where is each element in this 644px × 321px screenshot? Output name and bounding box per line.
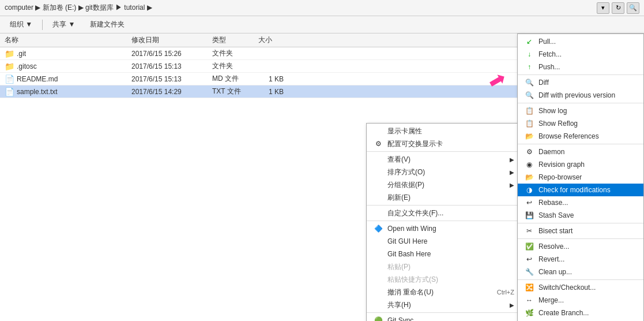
menu-icon-showlog: 📋 [525,106,534,115]
toolbar: 组织 ▼ 共享 ▼ 新建文件夹 [0,16,644,33]
menu-icon-resolve: ✅ [525,242,534,251]
menu-item-merge[interactable]: ↔ Merge... [518,294,643,307]
file-name: 📄 README.md [0,74,127,84]
menu-item-diff[interactable]: 🔍 Diff [518,76,643,89]
menu-separator [518,144,643,144]
menu-item-bisectstart[interactable]: ✂ Bisect start [518,225,643,237]
menu-icon-gitsync: 🟢 [374,316,383,321]
search-btn[interactable]: 🔍 [627,2,639,14]
menu-label-bisectstart: Bisect start [538,227,637,235]
share-button[interactable]: 共享 ▼ [47,18,80,31]
menu-separator [518,223,643,223]
menu-icon-gitbash [374,249,383,259]
menu-label-customize: 自定义文件夹(F)... [387,208,514,218]
menu-icon-stashsave: 💾 [525,211,534,220]
new-folder-button[interactable]: 新建文件夹 [85,18,130,31]
menu-label-showlog: Show log [538,107,637,115]
file-date: 2017/6/15 15:26 [127,50,208,58]
menu-item-openwing[interactable]: 🔷 Open with Wing [367,222,521,235]
menu-label-switchcheckout: Switch/Checkout... [538,283,637,292]
col-name[interactable]: 名称 [0,35,127,45]
menu-label-daemon: Daemon [538,148,637,156]
menu-item-revert[interactable]: ↩ Revert... [518,253,643,266]
menu-label-gitbash: Git Bash Here [387,250,514,258]
menu-item-cleanup[interactable]: 🔧 Clean up... [518,266,643,278]
menu-item-diffprev[interactable]: 🔍 Diff with previous version [518,89,643,102]
menu-separator [367,151,521,152]
menu-item-showreflog[interactable]: 📋 Show Reflog [518,117,643,130]
menu-icon-share [374,300,383,309]
menu-label-paste: 粘贴(P) [387,262,514,272]
menu-item-gitgui[interactable]: Git GUI Here [367,235,521,248]
menu-icon-configure-display: ⚙ [374,139,383,148]
menu-item-group[interactable]: 分组依据(P) ▶ [367,178,521,191]
menu-item-gitbash[interactable]: Git Bash Here [367,248,521,260]
menu-item-fetch[interactable]: ↓ Fetch... [518,48,643,61]
toolbar-separator [42,20,43,30]
menu-separator [367,312,521,313]
dropdown-btn[interactable]: ▾ [597,2,609,14]
file-type: MD 文件 [208,74,254,84]
menu-icon-refresh [374,193,383,202]
file-name: 📁 .git [0,49,127,58]
file-type-icon: 📁 [5,62,14,71]
organize-button[interactable]: 组织 ▼ [5,18,37,31]
menu-label-configure-display: 配置可交换显示卡 [387,139,514,149]
menu-item-showlog[interactable]: 📋 Show log [518,104,643,117]
menu-item-repobrowser[interactable]: 📂 Repo-browser [518,171,643,184]
menu-item-share[interactable]: 共享(H) ▶ [367,298,521,311]
menu-icon-pull: ↙ [525,37,534,46]
menu-item-daemon[interactable]: ⚙ Daemon [518,145,643,158]
submenu-arrow-view: ▶ [510,156,514,163]
menu-item-gitsync[interactable]: 🟢 Git Sync... [367,314,521,321]
menu-item-rebase[interactable]: ↩ Rebase... [518,196,643,209]
col-size[interactable]: 大小 [254,35,288,45]
menu-item-refresh[interactable]: 刷新(E) [367,191,521,204]
menu-label-share: 共享(H) [387,300,505,310]
menu-icon-showreflog: 📋 [525,119,534,128]
menu-item-stashsave[interactable]: 💾 Stash Save [518,209,643,222]
menu-item-customize[interactable]: 自定义文件夹(F)... [367,207,521,219]
refresh-btn[interactable]: ↻ [612,2,624,14]
file-date: 2017/6/15 15:13 [127,75,208,83]
col-type[interactable]: 类型 [208,35,254,45]
menu-icon-push: ↑ [525,62,534,72]
menu-item-pull[interactable]: ↙ Pull... [518,35,643,48]
menu-item-resolve[interactable]: ✅ Resolve... [518,240,643,253]
menu-icon-gitgui [374,237,383,246]
menu-item-browserefs[interactable]: 📂 Browse References [518,130,643,143]
menu-item-undo[interactable]: 撤消 重命名(U) Ctrl+Z [367,286,521,298]
menu-separator [518,279,643,280]
menu-item-display-attr[interactable]: 显示卡属性 [367,125,521,137]
menu-item-sort[interactable]: 排序方式(O) ▶ [367,166,521,178]
col-date[interactable]: 修改日期 [127,35,208,45]
menu-icon-display-attr [374,126,383,136]
menu-item-pasteshortcut: 粘贴快捷方式(S) [367,273,521,286]
menu-label-view: 查看(V) [387,155,505,165]
menu-label-resolve: Resolve... [538,242,637,251]
menu-shortcut-undo: Ctrl+Z [497,289,514,296]
file-area: 名称 修改日期 类型 大小 📁 .git 2017/6/15 15:26 文件夹… [0,33,644,321]
menu-icon-repobrowser: 📂 [525,173,534,182]
menu-item-revisiongraph[interactable]: ◉ Revision graph [518,158,643,171]
menu-label-repobrowser: Repo-browser [538,173,637,181]
menu-item-push[interactable]: ↑ Push... [518,61,643,73]
menu-label-pasteshortcut: 粘贴快捷方式(S) [387,275,514,285]
menu-icon-diffprev: 🔍 [525,91,534,100]
menu-icon-fetch: ↓ [525,50,534,59]
menu-icon-checkmod: ◑ [525,185,534,195]
file-name: 📄 sample.txt.txt [0,87,127,96]
menu-label-revert: Revert... [538,255,637,263]
menu-label-diff: Diff [538,79,637,87]
file-date: 2017/6/15 14:29 [127,88,208,96]
menu-item-createbranch[interactable]: 🌿 Create Branch... [518,307,643,319]
menu-separator [367,205,521,206]
menu-icon-view [374,155,383,164]
file-name: 📁 .gitosc [0,62,127,71]
menu-item-switchcheckout[interactable]: 🔀 Switch/Checkout... [518,281,643,294]
menu-item-checkmod[interactable]: ◑ Check for modifications [518,184,643,196]
menu-label-diffprev: Diff with previous version [538,91,637,99]
menu-icon-pasteshortcut [374,275,383,284]
menu-item-configure-display[interactable]: ⚙ 配置可交换显示卡 [367,137,521,150]
menu-item-view[interactable]: 查看(V) ▶ [367,153,521,166]
